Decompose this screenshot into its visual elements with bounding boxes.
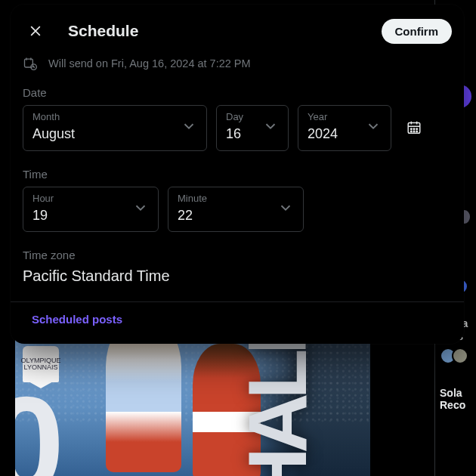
timezone-value: Pacific Standard Time bbox=[23, 267, 452, 285]
avatar-stack bbox=[440, 348, 471, 364]
player-graphic bbox=[106, 332, 181, 472]
half-text: HALF bbox=[229, 332, 325, 476]
scheduled-posts-link[interactable]: Scheduled posts bbox=[23, 302, 131, 335]
svg-point-7 bbox=[413, 131, 414, 132]
send-info-row: Will send on Fri, Aug 16, 2024 at 7:22 P… bbox=[23, 56, 452, 71]
year-select[interactable]: Year 2024 bbox=[298, 105, 391, 151]
chevron-down-icon bbox=[277, 199, 294, 216]
post-image: 0 OLYMPIQUE LYONNAIS HALF bbox=[15, 332, 370, 476]
chevron-down-icon bbox=[365, 118, 382, 134]
sidebar-item-label: Reco bbox=[440, 399, 471, 412]
schedule-modal: Schedule Confirm Will send on Fri, Aug 1… bbox=[11, 5, 464, 344]
hour-select-label: Hour bbox=[32, 193, 149, 203]
svg-point-3 bbox=[411, 128, 412, 129]
hour-select-value: 19 bbox=[32, 208, 149, 224]
confirm-button[interactable]: Confirm bbox=[382, 19, 453, 44]
svg-point-4 bbox=[413, 128, 414, 129]
modal-title: Schedule bbox=[68, 22, 362, 40]
month-select[interactable]: Month August bbox=[23, 105, 207, 151]
chevron-down-icon bbox=[181, 118, 197, 134]
time-section-label: Time bbox=[23, 168, 452, 181]
day-select[interactable]: Day 16 bbox=[216, 105, 289, 151]
timezone-label: Time zone bbox=[23, 249, 452, 261]
score-text: 0 bbox=[15, 397, 64, 476]
date-section-label: Date bbox=[23, 86, 452, 99]
send-info-text: Will send on Fri, Aug 16, 2024 at 7:22 P… bbox=[48, 57, 251, 70]
month-select-value: August bbox=[32, 126, 197, 143]
minute-select[interactable]: Minute 22 bbox=[168, 187, 304, 233]
day-select-label: Day bbox=[226, 112, 265, 122]
chevron-down-icon bbox=[132, 199, 149, 216]
sidebar-trend-item[interactable]: Sola Reco bbox=[440, 387, 471, 413]
minute-select-value: 22 bbox=[178, 208, 294, 224]
minute-select-label: Minute bbox=[178, 193, 294, 203]
close-button[interactable] bbox=[23, 18, 48, 44]
team-badge: OLYMPIQUE LYONNAIS bbox=[23, 346, 59, 382]
calendar-icon bbox=[406, 119, 422, 136]
chevron-down-icon bbox=[262, 118, 279, 134]
hour-select[interactable]: Hour 19 bbox=[23, 187, 159, 233]
schedule-clock-icon bbox=[23, 56, 38, 71]
close-icon bbox=[28, 23, 43, 39]
month-select-label: Month bbox=[32, 112, 197, 122]
svg-point-5 bbox=[416, 128, 417, 129]
day-select-value: 16 bbox=[226, 126, 265, 143]
calendar-button[interactable] bbox=[400, 114, 428, 141]
svg-point-8 bbox=[416, 131, 417, 132]
svg-point-6 bbox=[411, 131, 412, 132]
sidebar-item-label: Sola bbox=[440, 387, 471, 400]
